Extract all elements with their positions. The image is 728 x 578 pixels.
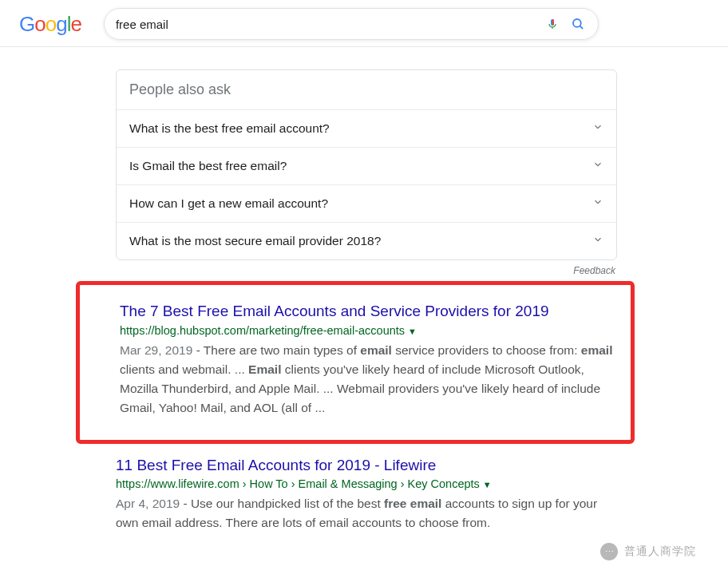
- search-result: The 7 Best Free Email Accounts and Servi…: [120, 301, 621, 418]
- search-input[interactable]: [116, 18, 536, 31]
- search-results: People also ask What is the best free em…: [0, 47, 623, 563]
- paa-question: How can I get a new email account?: [129, 196, 328, 211]
- result-url[interactable]: https://www.lifewire.com › How To › Emai…: [116, 477, 617, 490]
- google-logo[interactable]: Google: [19, 12, 81, 37]
- paa-question: What is the most secure email provider 2…: [129, 234, 381, 248]
- url-dropdown-icon[interactable]: ▼: [408, 327, 417, 336]
- result-title-link[interactable]: 11 Best Free Email Accounts for 2019 - L…: [116, 455, 436, 476]
- search-icon[interactable]: [569, 15, 587, 33]
- chevron-down-icon: [592, 196, 603, 211]
- svg-line-1: [580, 26, 583, 29]
- chevron-down-icon: [592, 159, 603, 173]
- people-also-ask-box: People also ask What is the best free em…: [116, 69, 617, 260]
- chevron-down-icon: [592, 234, 603, 248]
- result-snippet: Mar 29, 2019 - There are two main types …: [120, 341, 621, 418]
- paa-title: People also ask: [117, 70, 616, 109]
- result-snippet: Apr 4, 2019 - Use our handpicked list of…: [116, 494, 617, 532]
- highlighted-result-box: The 7 Best Free Email Accounts and Servi…: [76, 281, 635, 444]
- search-result: 11 Best Free Email Accounts for 2019 - L…: [116, 455, 617, 533]
- paa-item[interactable]: How can I get a new email account?: [117, 184, 616, 222]
- watermark-text: 普通人商学院: [624, 544, 696, 559]
- paa-item[interactable]: What is the best free email account?: [117, 109, 616, 147]
- chevron-down-icon: [592, 121, 603, 136]
- watermark: ⋯ 普通人商学院: [600, 543, 696, 560]
- search-bar: [104, 8, 599, 40]
- result-url[interactable]: https://blog.hubspot.com/marketing/free-…: [120, 324, 621, 337]
- paa-question: Is Gmail the best free email?: [129, 159, 287, 173]
- wechat-icon: ⋯: [600, 543, 618, 560]
- url-dropdown-icon[interactable]: ▼: [483, 480, 492, 489]
- paa-item[interactable]: What is the most secure email provider 2…: [117, 222, 616, 259]
- voice-search-icon[interactable]: [544, 15, 561, 33]
- feedback-link[interactable]: Feedback: [116, 260, 617, 279]
- header: Google: [0, 0, 728, 47]
- paa-question: What is the best free email account?: [129, 121, 330, 136]
- result-title-link[interactable]: The 7 Best Free Email Accounts and Servi…: [120, 301, 549, 322]
- svg-point-0: [573, 19, 581, 27]
- paa-item[interactable]: Is Gmail the best free email?: [117, 147, 616, 184]
